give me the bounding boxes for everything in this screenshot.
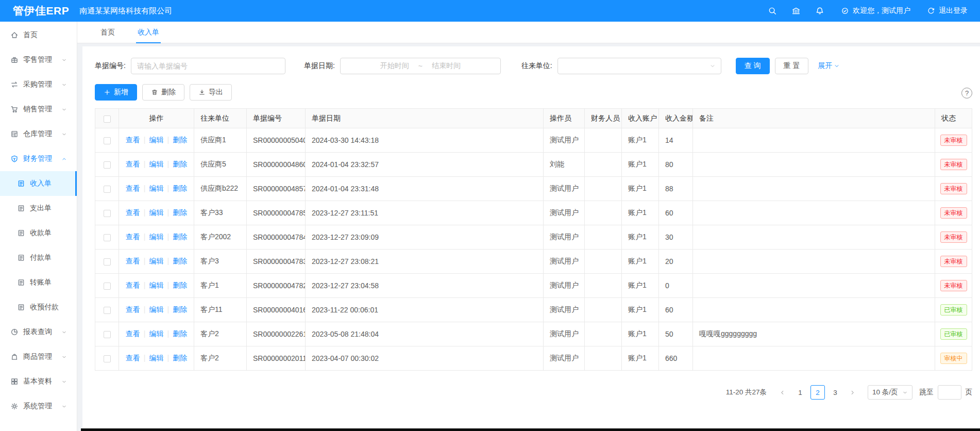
row-action-删除[interactable]: 删除 <box>173 208 187 217</box>
row-action-查看[interactable]: 查看 <box>126 233 140 241</box>
sidebar-item-label: 商品管理 <box>23 352 61 361</box>
select-all-checkbox[interactable] <box>104 115 111 123</box>
row-action-编辑[interactable]: 编辑 <box>149 329 164 338</box>
bill-no-cell: SR00000002261 <box>247 322 306 346</box>
sidebar-subitem-advance-receipt[interactable]: 收预付款 <box>0 295 77 320</box>
row-action-删除[interactable]: 删除 <box>173 257 187 265</box>
sidebar-item-system[interactable]: 系统管理 <box>0 394 77 419</box>
row-checkbox[interactable] <box>104 137 111 144</box>
prev-page-button[interactable] <box>775 385 790 400</box>
sidebar-item-finance[interactable]: 财务管理 <box>0 146 77 171</box>
reset-button[interactable]: 重 置 <box>775 58 809 74</box>
sidebar-item-warehouse[interactable]: 仓库管理 <box>0 122 77 146</box>
search-icon[interactable] <box>768 6 777 15</box>
sidebar-item-goods[interactable]: 商品管理 <box>0 344 77 369</box>
page-number-1[interactable]: 1 <box>793 385 807 400</box>
page-number-3[interactable]: 3 <box>828 385 842 400</box>
row-checkbox[interactable] <box>104 210 111 217</box>
remark-cell <box>693 153 935 177</box>
export-button[interactable]: 导出 <box>190 84 232 101</box>
income-bill-table: 操作往来单位单据编号单据日期操作员财务人员收入账户收入金额备注状态 查看|编辑|… <box>95 108 972 371</box>
row-select-cell <box>95 153 119 177</box>
row-action-删除[interactable]: 删除 <box>173 354 187 362</box>
chevron-down-icon <box>709 63 716 69</box>
sidebar-item-basic[interactable]: 基本资料 <box>0 369 77 394</box>
row-checkbox[interactable] <box>104 234 111 241</box>
page-number-2[interactable]: 2 <box>810 385 825 400</box>
row-action-查看[interactable]: 查看 <box>126 136 140 144</box>
sidebar-item-purchase[interactable]: 采购管理 <box>0 72 77 97</box>
column-header-单据日期: 单据日期 <box>306 109 544 128</box>
partner-cell: 供应商b222 <box>194 177 247 201</box>
next-page-button[interactable] <box>846 385 860 400</box>
sidebar-subitem-expense-bill[interactable]: 支出单 <box>0 196 77 221</box>
logout-button[interactable]: 退出登录 <box>927 6 968 15</box>
row-action-删除[interactable]: 删除 <box>173 329 187 338</box>
row-action-查看[interactable]: 查看 <box>126 208 140 217</box>
row-action-删除[interactable]: 删除 <box>173 136 187 144</box>
doc-icon <box>17 229 25 237</box>
page-size-select[interactable]: 10 条/页 <box>868 385 913 400</box>
partner-select[interactable] <box>557 58 721 74</box>
tab-首页[interactable]: 首页 <box>99 22 116 43</box>
sidebar-subitem-payment-bill[interactable]: 付款单 <box>0 245 77 270</box>
bill-no-input[interactable] <box>131 58 285 74</box>
row-action-查看[interactable]: 查看 <box>126 160 140 168</box>
row-action-编辑[interactable]: 编辑 <box>149 257 164 265</box>
sidebar-subitem-receipt-bill[interactable]: 收款单 <box>0 221 77 245</box>
row-action-删除[interactable]: 删除 <box>173 184 187 192</box>
doc-icon <box>17 204 25 212</box>
row-checkbox[interactable] <box>104 186 111 193</box>
row-action-删除[interactable]: 删除 <box>173 160 187 168</box>
status-cell: 未审核 <box>935 250 972 274</box>
row-checkbox[interactable] <box>104 331 111 338</box>
row-action-编辑[interactable]: 编辑 <box>149 136 164 144</box>
row-action-编辑[interactable]: 编辑 <box>149 160 164 168</box>
operator-cell: 测试用户 <box>544 128 585 153</box>
bill-no-cell: SR00000004784 <box>247 225 306 250</box>
row-action-编辑[interactable]: 编辑 <box>149 354 164 362</box>
bank-icon[interactable] <box>791 6 801 15</box>
chevron-down-icon <box>61 404 67 409</box>
status-badge: 未审核 <box>940 280 967 291</box>
row-checkbox[interactable] <box>104 355 111 362</box>
delete-button[interactable]: 删除 <box>142 84 184 101</box>
row-checkbox[interactable] <box>104 258 111 266</box>
row-action-删除[interactable]: 删除 <box>173 233 187 241</box>
search-button[interactable]: 查 询 <box>736 58 770 74</box>
sidebar-subitem-income-bill[interactable]: 收入单 <box>0 171 77 196</box>
row-action-查看[interactable]: 查看 <box>126 305 140 313</box>
row-action-编辑[interactable]: 编辑 <box>149 233 164 241</box>
row-action-删除[interactable]: 删除 <box>173 305 187 313</box>
row-action-查看[interactable]: 查看 <box>126 184 140 192</box>
add-button[interactable]: 新增 <box>95 84 137 101</box>
sidebar-subitem-label: 收预付款 <box>30 303 72 312</box>
row-action-编辑[interactable]: 编辑 <box>149 184 164 192</box>
sidebar-item-sales[interactable]: 销售管理 <box>0 97 77 122</box>
row-checkbox[interactable] <box>104 307 111 314</box>
row-action-编辑[interactable]: 编辑 <box>149 281 164 289</box>
row-checkbox[interactable] <box>104 283 111 290</box>
sidebar-subitem-transfer-bill[interactable]: 转账单 <box>0 270 77 295</box>
row-action-查看[interactable]: 查看 <box>126 354 140 362</box>
row-action-编辑[interactable]: 编辑 <box>149 305 164 313</box>
help-icon[interactable]: ? <box>961 88 972 98</box>
row-action-查看[interactable]: 查看 <box>126 281 140 289</box>
welcome-user[interactable]: 欢迎您，测试用户 <box>841 6 910 15</box>
bill-no-cell: SR00000004857 <box>247 177 306 201</box>
row-checkbox[interactable] <box>104 161 111 169</box>
sidebar-item-report[interactable]: 报表查询 <box>0 320 77 344</box>
bell-icon[interactable] <box>815 6 824 15</box>
tab-收入单[interactable]: 收入单 <box>136 22 161 43</box>
row-action-查看[interactable]: 查看 <box>126 329 140 338</box>
row-action-查看[interactable]: 查看 <box>126 257 140 265</box>
sidebar-item-retail[interactable]: 零售管理 <box>0 47 77 72</box>
row-action-删除[interactable]: 删除 <box>173 281 187 289</box>
date-range-picker[interactable]: 开始时间 ~ 结束时间 <box>340 58 501 74</box>
jump-page-input[interactable] <box>938 385 961 400</box>
sidebar-item-home[interactable]: 首页 <box>0 23 77 47</box>
expand-filters-link[interactable]: 展开 <box>818 61 840 71</box>
income-account-cell: 账户1 <box>622 225 659 250</box>
row-action-编辑[interactable]: 编辑 <box>149 208 164 217</box>
finance-icon <box>10 155 19 163</box>
